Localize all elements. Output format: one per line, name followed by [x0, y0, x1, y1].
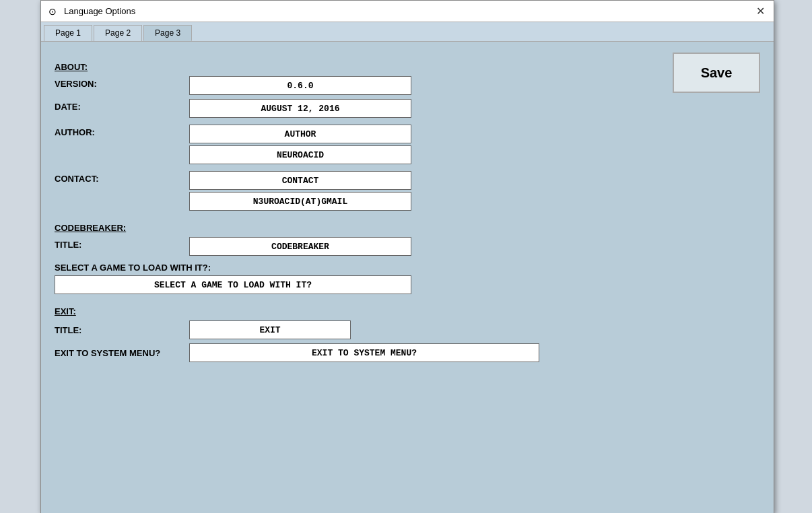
codebreaker-title-input[interactable]	[189, 237, 411, 256]
contact-label: CONTACT:	[55, 171, 189, 184]
tab-page1[interactable]: Page 1	[44, 25, 92, 41]
codebreaker-section-label: CODEBREAKER:	[55, 223, 760, 233]
exit-title-input[interactable]	[189, 320, 351, 339]
title-bar: ⊙ Language Options ✕	[41, 1, 774, 22]
date-inputs	[189, 99, 411, 118]
title-bar-left: ⊙ Language Options	[46, 5, 135, 18]
save-button[interactable]: Save	[673, 53, 760, 93]
version-label: VERSION:	[55, 76, 189, 89]
version-input[interactable]	[189, 76, 411, 95]
dialog-window: ⊙ Language Options ✕ Page 1 Page 2 Page …	[40, 0, 774, 513]
version-row: VERSION:	[55, 76, 760, 95]
contact-input1[interactable]	[189, 171, 411, 190]
dialog-title: Language Options	[64, 6, 135, 16]
exit-system-label: EXIT TO SYSTEM MENU?	[55, 348, 189, 358]
author-row: AUTHOR:	[55, 125, 760, 164]
close-button[interactable]: ✕	[752, 5, 768, 18]
date-label: DATE:	[55, 99, 189, 112]
select-game-input[interactable]	[55, 275, 411, 294]
date-input[interactable]	[189, 99, 411, 118]
tab-bar: Page 1 Page 2 Page 3	[41, 22, 774, 42]
codebreaker-title-row: TITLE:	[55, 237, 760, 256]
contact-input2[interactable]	[189, 192, 411, 211]
author-label: AUTHOR:	[55, 125, 189, 137]
exit-title-label: TITLE:	[55, 325, 189, 335]
date-row: DATE:	[55, 99, 760, 118]
version-inputs	[189, 76, 411, 95]
author-input1[interactable]	[189, 125, 411, 143]
exit-title-row: TITLE:	[55, 320, 760, 339]
exit-system-input[interactable]	[189, 343, 539, 362]
author-input2[interactable]	[189, 145, 411, 164]
codebreaker-title-inputs	[189, 237, 411, 256]
select-game-section: SELECT A GAME TO LOAD WITH IT?:	[55, 263, 760, 294]
tab-page2[interactable]: Page 2	[94, 25, 142, 41]
contact-row: CONTACT:	[55, 171, 760, 211]
author-inputs	[189, 125, 411, 164]
contact-inputs	[189, 171, 411, 211]
select-game-label: SELECT A GAME TO LOAD WITH IT?:	[55, 263, 760, 273]
codebreaker-title-label: TITLE:	[55, 237, 189, 250]
tab-page3[interactable]: Page 3	[143, 25, 192, 41]
content-area: Save ABOUT: VERSION: DATE: AUTHOR:	[41, 42, 774, 513]
exit-section-label: EXIT:	[55, 306, 760, 316]
dialog-icon: ⊙	[46, 5, 59, 18]
exit-system-row: EXIT TO SYSTEM MENU?	[55, 343, 760, 362]
about-section-label: ABOUT:	[55, 62, 760, 72]
